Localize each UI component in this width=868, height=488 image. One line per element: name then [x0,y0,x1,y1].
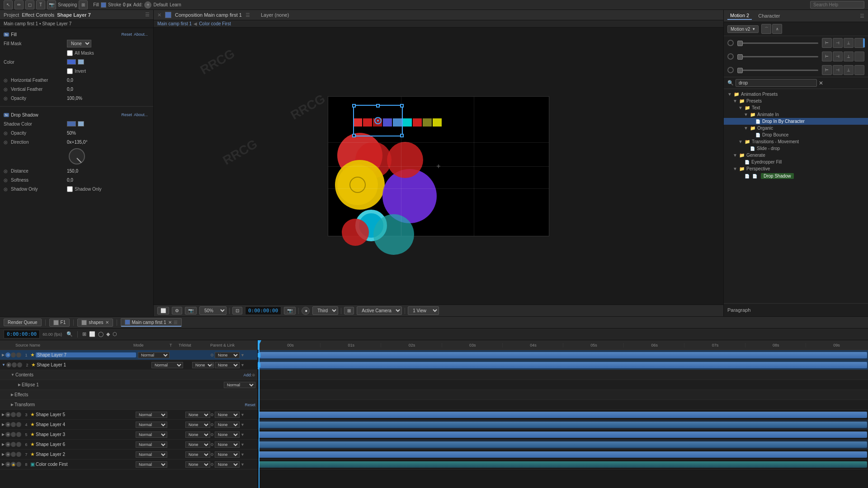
star-6[interactable]: ★ [30,441,35,447]
tool-text[interactable]: T [36,0,45,9]
p-icon-3[interactable]: ⚙ [210,413,214,417]
layer-row-5[interactable]: ▶ 👁 5 ★ Shape Layer 3 Normal None ⚙ None… [0,430,257,440]
trkmat-7[interactable]: None [185,451,210,458]
right-panel-menu[interactable]: ☰ [860,13,864,19]
m-btn-2-4[interactable] [854,52,864,61]
pa-7[interactable]: ▼ [241,452,245,457]
ps-8[interactable]: None [215,461,240,468]
solo-icon-4[interactable] [16,422,21,427]
layer-row-4[interactable]: ▶ 👁 4 ★ Shape Layer 4 Normal None ⚙ None… [0,420,257,430]
star-2[interactable]: ★ [31,362,36,368]
mode-select-2[interactable]: Normal [151,362,183,368]
pa-3[interactable]: ▼ [241,413,245,417]
lock-icon-2[interactable] [12,362,17,367]
track-1[interactable] [258,350,868,360]
star-4[interactable]: ★ [30,422,35,427]
tree-toggle-4[interactable]: ▼ [744,112,749,117]
add-label[interactable]: Add: [243,373,252,377]
m-btn-3-3[interactable]: ⊥ [844,65,854,75]
motion-slider-1[interactable] [737,42,818,44]
trkmat-4[interactable]: None [185,422,210,428]
parent-arrow-2[interactable]: ▼ [241,363,245,367]
solo-icon-2[interactable] [17,362,22,367]
motion-graph-2[interactable]: ∧ [772,24,782,34]
sub-row-transform[interactable]: ▶ Transform Reset [0,400,257,410]
track-3[interactable] [258,410,868,420]
track-5[interactable] [258,430,868,440]
panel-menu-icon[interactable]: ☰ [145,12,150,18]
expand-8[interactable]: ▶ [2,462,5,466]
m-btn-3-4[interactable] [854,65,864,75]
fill-color-swatch[interactable] [67,59,76,65]
layer-name-7[interactable]: Shape Layer 2 [36,452,134,457]
tree-toggle-12[interactable]: ▼ [733,166,738,171]
trkmat-8[interactable]: None [185,461,210,468]
star-7[interactable]: ★ [30,451,35,457]
track-8[interactable] [258,460,868,469]
tree-drop-bounce[interactable]: 📄 Drop Bounce [724,131,868,138]
layer-row-1[interactable]: ▶ 👁 1 ★ Shape Layer 7 Normal ⚙ None [0,350,257,360]
eye-icon-2[interactable]: 👁 [6,362,11,367]
parent-select-2[interactable]: None [215,362,240,368]
parent-arrow-1[interactable]: ▼ [241,353,245,357]
track-4[interactable] [258,420,868,430]
lock-icon-6[interactable] [11,442,16,447]
mode-select-1[interactable]: Normal [138,352,170,358]
tree-drop-in-by-char[interactable]: 📄 Drop In By Character [724,118,868,125]
ds-about-btn[interactable]: About... [134,113,148,117]
tree-organic[interactable]: ▼ 📁 Organic [724,125,868,131]
layer-name-4[interactable]: Shape Layer 4 [36,422,134,427]
eye-icon-3[interactable]: 👁 [5,412,10,417]
tc-solo-btn[interactable]: ◯ [98,331,104,337]
snapping-toggle[interactable]: ⊞ [79,0,88,9]
timeline-timecode[interactable]: 0:00:00:00 [4,330,40,338]
lock-icon-4[interactable] [11,422,16,427]
motion-graph-1[interactable]: ⌒ [761,24,771,34]
track-sub-4[interactable] [258,400,868,410]
tool-camera[interactable]: 📷 [47,0,56,9]
reset-btn[interactable]: Reset [245,403,255,407]
track-sub-2[interactable] [258,380,868,390]
sub-row-contents[interactable]: ▼ Contents Add: ⊕ [0,370,257,380]
ps-7[interactable]: None [215,451,240,458]
eye-icon-1[interactable]: 👁 [5,352,10,357]
fill-color-swatch2[interactable] [78,59,84,65]
motion-circle-3[interactable] [727,67,734,73]
p-icon-5[interactable]: ⚙ [210,432,214,437]
expand-1[interactable]: ▶ [2,353,5,357]
mode-select-4[interactable]: Normal [136,422,167,428]
timecode-display[interactable]: 0:00:00:00 [245,306,281,315]
eye-icon-5[interactable]: 👁 [5,432,10,437]
vc-snapshot-btn[interactable]: 📷 [284,307,296,314]
pa-6[interactable]: ▼ [241,442,245,447]
tree-toggle-10[interactable]: ▼ [733,153,738,158]
motion-version-select[interactable]: Motion v2 ▼ [727,25,759,33]
expand-3[interactable]: ▶ [2,413,5,417]
search-input[interactable] [810,1,864,9]
expand-5[interactable]: ▶ [2,432,5,436]
eye-icon-7[interactable]: 👁 [5,452,10,457]
m-btn-distribute-h[interactable] [854,38,864,48]
m-btn-3-2[interactable]: ⊣ [833,65,843,75]
tree-animate-in[interactable]: ▼ 📁 Animate In [724,111,868,118]
track-2[interactable] [258,360,868,370]
tool-pen[interactable]: ✏ [14,0,24,9]
tc-marker-btn[interactable]: ◆ [106,331,110,337]
tab-shapes-close[interactable]: ✕ [105,320,109,325]
tc-duplicate-btn[interactable]: ⬜ [89,331,95,337]
track-sub-1[interactable] [258,370,868,380]
sub-row-effects[interactable]: ▶ Effects [0,390,257,400]
expand-6[interactable]: ▶ [2,442,5,446]
pa-8[interactable]: ▼ [241,462,245,467]
fill-mask-select[interactable]: None [67,40,91,47]
view-count-select[interactable]: 1 View 2 Views [408,306,439,315]
m-btn-align-left[interactable]: ⊢ [822,38,832,48]
search-layers-btn[interactable]: 🔍 [66,331,73,337]
learn-label[interactable]: Learn [170,2,181,7]
shadow-only-checkbox[interactable] [67,186,73,192]
eye-icon-6[interactable]: 👁 [5,442,10,447]
tree-toggle-2[interactable]: ▼ [733,99,738,103]
ps-4[interactable]: None [215,422,240,428]
zoom-select[interactable]: 50% 100% 25% [199,306,226,315]
layer-row-2[interactable]: ▼ 👁 2 ★ Shape Layer 1 Normal None [0,360,257,370]
